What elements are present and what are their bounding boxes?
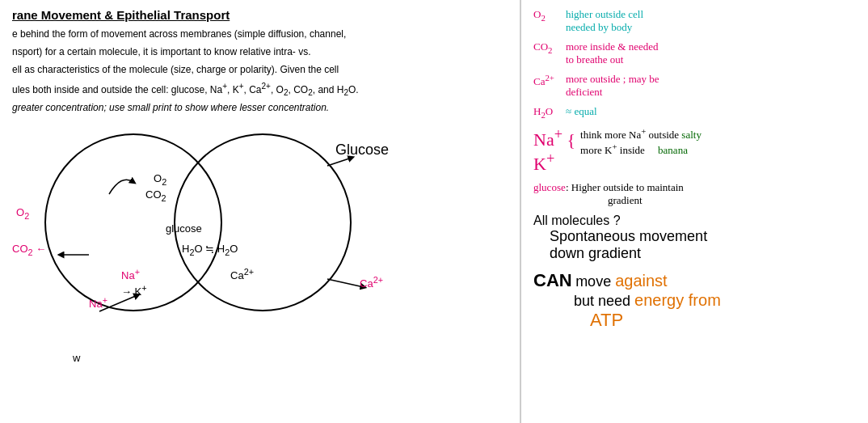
label-glucose-right: Glucose [335, 142, 389, 159]
all-molecules-line2: Spontaneous movement [550, 228, 856, 245]
body-text-4: ules both inside and outside the cell: g… [12, 80, 508, 99]
body-text-5: greater concentration; use small print t… [12, 102, 508, 113]
note-co2: CO2 more inside & neededto breathe out [533, 40, 856, 66]
note-ca: Ca2+ more outside ; may bedeficient [533, 73, 856, 99]
text-glucose: : Higher outside to maintain gradient [566, 181, 856, 207]
text-h2o: ≈ equal [566, 105, 856, 118]
can-move-line2: but need energy from [533, 291, 856, 310]
all-molecules-line1: All molecules ? [533, 214, 856, 228]
note-o2: O2 higher outside cellneeded by body [533, 8, 856, 34]
molecule-glucose: glucose [533, 181, 566, 194]
note-glucose: glucose : Higher outside to maintain gra… [533, 181, 856, 207]
note-nak: Na+ {K+ think more Na+ outside salty mor… [533, 126, 856, 176]
all-molecules-block: All molecules ? Spontaneous movement dow… [533, 214, 856, 262]
diagram-area: O2 CO2 ← Na+ → K+ w O2 CO2 glucose H2O ≒… [12, 117, 521, 384]
svg-line-5 [327, 279, 364, 287]
label-co2-center: CO2 [145, 188, 166, 203]
molecule-na-brace: Na+ {K+ [533, 126, 575, 176]
label-o2-center: O2 [154, 172, 166, 187]
body-text-2: nsport) for a certain molecule, it is im… [12, 44, 508, 59]
right-panel: O2 higher outside cellneeded by body CO2… [521, 0, 868, 423]
label-co2-left: CO2 ← [12, 243, 46, 257]
can-move-line1: CAN move against [533, 270, 856, 291]
text-co2: more inside & neededto breathe out [566, 40, 856, 66]
text-nak: think more Na+ outside salty more K+ ins… [580, 126, 856, 158]
label-h2o-center: H2O ≒ H2O [182, 243, 238, 257]
label-ca2-right: Ca2+ [360, 275, 383, 290]
molecule-ca: Ca2+ [533, 73, 566, 88]
text-ca: more outside ; may bedeficient [566, 73, 856, 99]
all-molecules-line3: down gradient [550, 245, 856, 262]
molecule-h2o: H2O [533, 105, 566, 120]
body-text-1: e behind the form of movement across mem… [12, 27, 508, 41]
label-o2-left: O2 [16, 206, 29, 221]
body-text-3: ell as characteristics of the molecule (… [12, 62, 508, 77]
left-panel: rane Movement & Epithelial Transport e b… [0, 0, 521, 423]
text-o2: higher outside cellneeded by body [566, 8, 856, 34]
label-glucose-center: glucose [166, 222, 202, 235]
label-nat-center: Na+ [121, 267, 140, 281]
label-ca2-center: Ca2+ [230, 267, 254, 281]
label-w: w [73, 352, 80, 364]
section-title: rane Movement & Epithelial Transport [12, 8, 508, 22]
note-h2o: H2O ≈ equal [533, 105, 856, 120]
label-na-left: Na+ [89, 295, 107, 310]
can-move-line3: ATP [533, 310, 856, 331]
label-nat-arrow: → K+ [121, 283, 147, 298]
molecule-o2: O2 [533, 8, 566, 23]
can-move-block: CAN move against but need energy from AT… [533, 270, 856, 331]
molecule-co2: CO2 [533, 40, 566, 55]
